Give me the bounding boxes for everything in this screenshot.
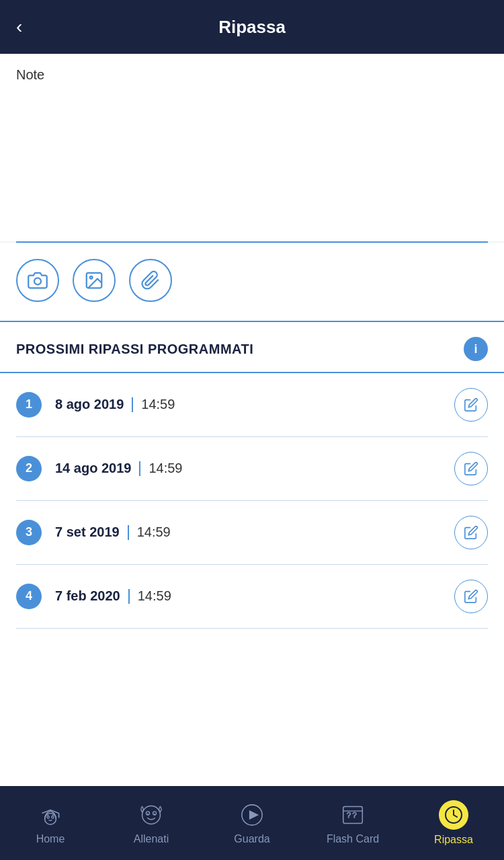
nav-item-ripassa[interactable]: Ripassa [403, 786, 504, 860]
home-icon [36, 801, 65, 829]
nav-item-flash-card[interactable]: ? ? Flash Card [302, 786, 403, 860]
attachment-icon [140, 270, 161, 290]
svg-point-0 [34, 278, 41, 284]
svg-text:?: ? [352, 810, 357, 819]
attachment-button[interactable] [129, 259, 172, 302]
flash-card-icon: ? ? [339, 801, 367, 829]
allenati-icon: ★ ★ [137, 801, 165, 829]
review-badge-1: 1 [16, 392, 42, 418]
edit-button-1[interactable] [454, 388, 488, 422]
camera-button[interactable] [16, 259, 59, 302]
review-item: 2 14 ago 2019 14:59 [0, 437, 504, 500]
back-button[interactable]: ‹ [16, 16, 22, 38]
notes-input[interactable] [16, 91, 488, 239]
review-item-divider-4 [16, 628, 488, 629]
review-item: 1 8 ago 2019 14:59 [0, 373, 504, 436]
review-date-3: 7 set 2019 14:59 [55, 524, 454, 540]
camera-icon [28, 270, 48, 290]
svg-point-3 [45, 813, 56, 824]
review-time-divider-4 [128, 589, 130, 604]
review-date-text-1: 8 ago 2019 [55, 397, 124, 412]
page-title: Ripassa [218, 17, 286, 38]
review-time-1: 14:59 [141, 397, 175, 412]
svg-marker-12 [250, 811, 258, 819]
svg-point-4 [47, 816, 49, 818]
nav-label-flash-card: Flash Card [327, 833, 379, 845]
nav-label-guarda: Guarda [234, 833, 269, 845]
nav-item-guarda[interactable]: Guarda [202, 786, 302, 860]
upcoming-title: PROSSIMI RIPASSI PROGRAMMATI [16, 342, 253, 357]
nav-item-home[interactable]: Home [0, 786, 101, 860]
edit-button-2[interactable] [454, 452, 488, 485]
svg-point-2 [90, 276, 93, 279]
review-time-divider-3 [128, 525, 129, 540]
nav-label-allenati: Allenati [134, 833, 169, 845]
notes-label: Note [16, 67, 488, 83]
nav-item-allenati[interactable]: ★ ★ Allenati [101, 786, 202, 860]
review-date-2: 14 ago 2019 14:59 [55, 461, 454, 476]
edit-icon-3 [464, 525, 478, 540]
nav-label-home: Home [36, 833, 65, 845]
gallery-button[interactable] [73, 259, 116, 302]
review-date-text-2: 14 ago 2019 [55, 461, 131, 476]
svg-point-5 [52, 816, 54, 818]
review-date-text-3: 7 set 2019 [55, 524, 120, 540]
edit-icon-4 [464, 589, 478, 604]
svg-point-6 [142, 806, 161, 824]
review-time-3: 14:59 [137, 524, 171, 540]
info-button[interactable]: i [464, 337, 488, 361]
header: ‹ Ripassa [0, 0, 504, 54]
ripassa-clock-icon [444, 805, 464, 825]
svg-text:?: ? [347, 810, 351, 819]
upcoming-section: PROSSIMI RIPASSI PROGRAMMATI i 1 8 ago 2… [0, 322, 504, 786]
review-item: 4 7 feb 2020 14:59 [0, 565, 504, 628]
review-time-divider-2 [139, 461, 140, 476]
bottom-nav: Home ★ ★ Allenati Guarda [0, 786, 504, 860]
review-date-4: 7 feb 2020 14:59 [55, 588, 454, 604]
review-time-divider-1 [132, 397, 133, 412]
review-badge-4: 4 [16, 584, 42, 609]
nav-label-ripassa: Ripassa [434, 834, 473, 846]
gallery-icon [84, 270, 104, 290]
edit-icon-1 [464, 397, 478, 412]
review-date-1: 8 ago 2019 14:59 [55, 397, 454, 412]
edit-button-3[interactable] [454, 516, 488, 549]
review-badge-3: 3 [16, 520, 42, 545]
svg-text:★: ★ [146, 812, 149, 816]
review-date-text-4: 7 feb 2020 [55, 588, 120, 604]
review-time-2: 14:59 [149, 461, 182, 476]
notes-section: Note [0, 54, 504, 241]
review-time-4: 14:59 [138, 588, 171, 604]
svg-text:★: ★ [153, 812, 156, 816]
action-icons-row [0, 243, 504, 321]
review-badge-2: 2 [16, 456, 42, 481]
edit-icon-2 [464, 461, 478, 476]
edit-button-4[interactable] [454, 580, 488, 613]
guarda-icon [238, 801, 266, 829]
ripassa-icon-wrapper [439, 800, 468, 830]
main-content: Note PROSSIMI RIP [0, 54, 504, 786]
upcoming-header: PROSSIMI RIPASSI PROGRAMMATI i [0, 322, 504, 372]
review-item: 3 7 set 2019 14:59 [0, 501, 504, 564]
